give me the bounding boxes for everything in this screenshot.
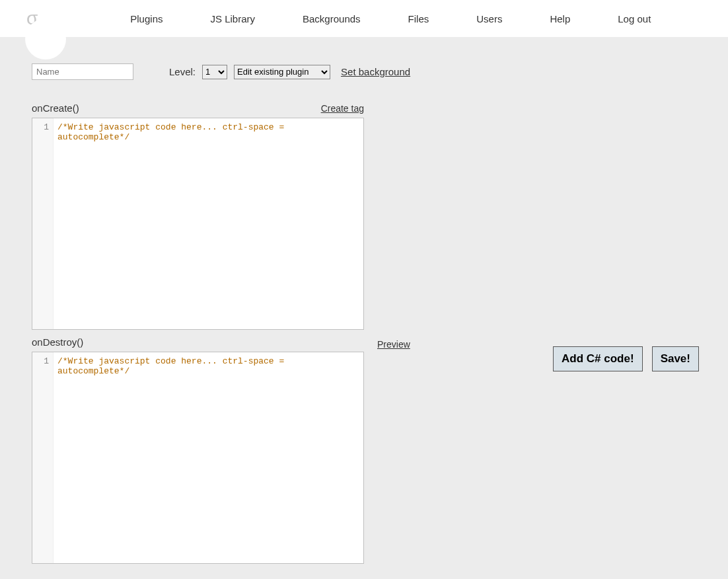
top-nav-bar: σ Plugins JS Library Backgrounds Files U… xyxy=(0,0,728,37)
oncreate-editor[interactable]: 1 /*Write javascript code here... ctrl-s… xyxy=(32,118,364,330)
ondestroy-gutter: 1 xyxy=(32,352,54,563)
add-csharp-button[interactable]: Add C# code! xyxy=(553,346,643,371)
preview-link[interactable]: Preview xyxy=(377,339,410,350)
ondestroy-label: onDestroy() xyxy=(32,336,83,348)
nav-files[interactable]: Files xyxy=(408,13,429,24)
plugin-mode-select[interactable]: Edit existing plugin xyxy=(234,65,330,79)
nav-logout[interactable]: Log out xyxy=(618,13,651,24)
nav-help[interactable]: Help xyxy=(550,13,570,24)
action-buttons: Add C# code! Save! xyxy=(553,346,699,371)
nav-users[interactable]: Users xyxy=(476,13,502,24)
set-background-link[interactable]: Set background xyxy=(341,66,410,77)
save-button[interactable]: Save! xyxy=(652,346,699,371)
settings-row: Level: 1 Edit existing plugin Set backgr… xyxy=(32,63,696,80)
nav-menu: Plugins JS Library Backgrounds Files Use… xyxy=(130,13,702,24)
level-select[interactable]: 1 xyxy=(202,65,227,79)
ondestroy-editor[interactable]: 1 /*Write javascript code here... ctrl-s… xyxy=(32,352,364,564)
ondestroy-code[interactable]: /*Write javascript code here... ctrl-spa… xyxy=(54,352,363,563)
logo-circle xyxy=(25,19,66,59)
create-tag-link[interactable]: Create tag xyxy=(321,103,364,114)
oncreate-gutter: 1 xyxy=(32,118,54,329)
oncreate-block: onCreate() Create tag 1 /*Write javascri… xyxy=(32,102,364,330)
nav-jslibrary[interactable]: JS Library xyxy=(210,13,255,24)
main-content: Level: 1 Edit existing plugin Set backgr… xyxy=(0,37,728,579)
nav-backgrounds[interactable]: Backgrounds xyxy=(303,13,361,24)
nav-plugins[interactable]: Plugins xyxy=(130,13,163,24)
oncreate-code[interactable]: /*Write javascript code here... ctrl-spa… xyxy=(54,118,363,329)
ondestroy-header: onDestroy() xyxy=(32,336,364,348)
preview-col: Preview xyxy=(377,336,410,350)
name-input[interactable] xyxy=(32,63,133,80)
oncreate-label: onCreate() xyxy=(32,102,79,114)
level-label: Level: xyxy=(169,66,196,77)
ondestroy-block: onDestroy() 1 /*Write javascript code he… xyxy=(32,336,364,564)
oncreate-header: onCreate() Create tag xyxy=(32,102,364,114)
